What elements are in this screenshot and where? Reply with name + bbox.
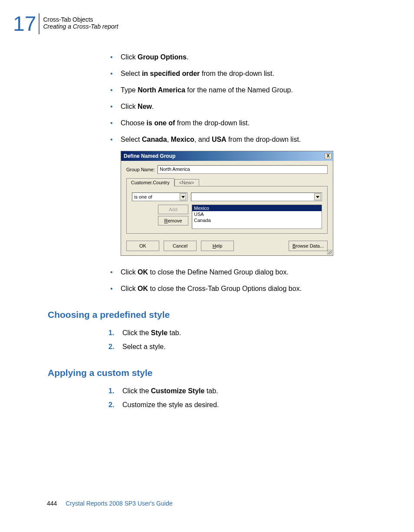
header-subtitle: Creating a Cross-Tab report	[43, 23, 118, 30]
group-name-label: Group Name:	[126, 167, 158, 172]
close-icon[interactable]: X	[325, 153, 332, 159]
section-heading: Applying a custom style	[48, 368, 369, 378]
group-name-input[interactable]: North America	[158, 165, 328, 174]
list-item: Click the Customize Style tab.	[108, 386, 369, 396]
list-item: Click New.	[108, 101, 369, 112]
page-header: 17 Cross-Tab Objects Creating a Cross-Ta…	[13, 15, 118, 34]
list-item: Select a style.	[108, 342, 369, 352]
dialog-title: Define Named Group	[124, 153, 175, 159]
list-item[interactable]: Mexico	[192, 205, 322, 211]
value-dropdown[interactable]	[191, 193, 322, 201]
chapter-number: 17	[13, 13, 39, 34]
document-title: Crystal Reports 2008 SP3 User's Guide	[66, 500, 172, 507]
values-listbox[interactable]: Mexico USA Canada	[192, 205, 322, 229]
list-item: Click Group Options.	[108, 52, 369, 62]
tab-body: is one of Add Remove	[126, 186, 328, 234]
define-named-group-dialog: Define Named Group X Group Name: North A…	[121, 151, 333, 256]
list-item[interactable]: USA	[192, 211, 322, 217]
dialog-button-row: OK Cancel Help Browse Data...	[121, 237, 333, 255]
list-item: Type North America for the name of the N…	[108, 85, 369, 95]
list-item: Customize the style as desired.	[108, 400, 369, 410]
add-button[interactable]: Add	[158, 205, 188, 214]
list-item: Click OK to close the Cross-Tab Group Op…	[108, 284, 369, 294]
list-item: Select Canada, Mexico, and USA from the …	[108, 134, 369, 145]
header-title: Cross-Tab Objects	[43, 16, 118, 23]
tab-strip: Customer.Country <New>	[126, 178, 328, 186]
page-footer: 444 Crystal Reports 2008 SP3 User's Guid…	[47, 500, 172, 507]
page-content: Click Group Options. Select in specified…	[108, 52, 369, 414]
bullet-list-bottom: Click OK to close the Define Named Group…	[108, 267, 369, 294]
steps-list-1: Click the Style tab. Select a style.	[108, 328, 369, 352]
resize-grip-icon[interactable]	[327, 249, 332, 255]
ok-button[interactable]: OK	[126, 241, 159, 251]
chevron-down-icon[interactable]	[314, 193, 321, 200]
list-item: Click OK to close the Define Named Group…	[108, 267, 369, 277]
cancel-button[interactable]: Cancel	[164, 241, 197, 251]
list-item[interactable]: Canada	[192, 217, 322, 223]
operator-dropdown[interactable]: is one of	[132, 193, 187, 201]
tab-new[interactable]: <New>	[174, 179, 199, 186]
dialog-screenshot: Define Named Group X Group Name: North A…	[121, 151, 369, 256]
bullet-list-top: Click Group Options. Select in specified…	[108, 52, 369, 145]
section-heading: Choosing a predefined style	[48, 310, 369, 320]
list-item: Choose is one of from the drop-down list…	[108, 118, 369, 128]
remove-button[interactable]: Remove	[158, 216, 188, 225]
tab-customer-country[interactable]: Customer.Country	[126, 178, 174, 186]
list-item: Select in specified order from the drop-…	[108, 69, 369, 79]
list-item: Click the Style tab.	[108, 328, 369, 338]
chevron-down-icon[interactable]	[180, 193, 186, 200]
titlebar: Define Named Group X	[121, 151, 333, 161]
help-button[interactable]: Help	[201, 241, 234, 251]
steps-list-2: Click the Customize Style tab. Customize…	[108, 386, 369, 410]
browse-data-button[interactable]: Browse Data...	[289, 241, 328, 251]
page-number: 444	[47, 500, 57, 507]
